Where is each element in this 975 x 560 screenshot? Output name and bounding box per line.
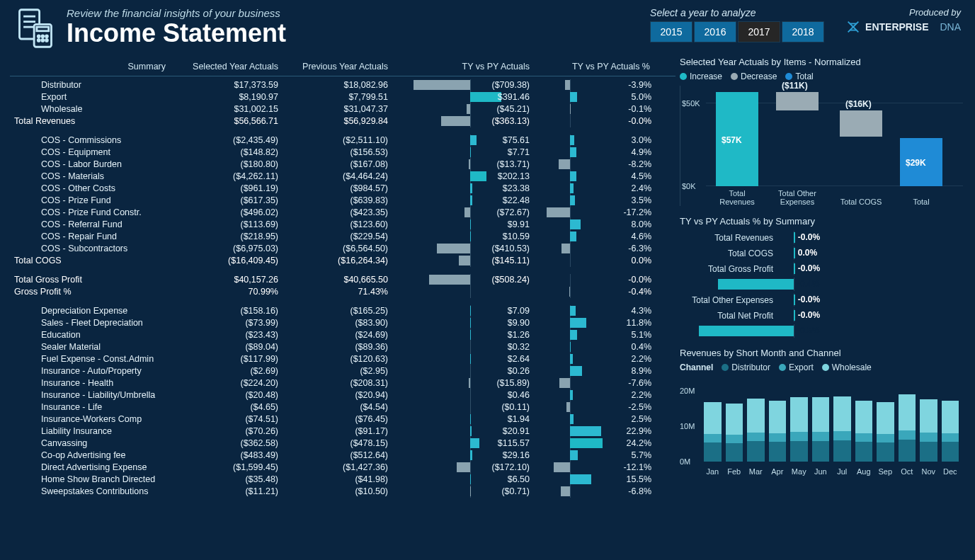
matrix-row[interactable]: COS - Materials($4,262.11)($4,464.24)$20… bbox=[10, 171, 675, 183]
row-py: ($16,264.34) bbox=[283, 255, 392, 267]
stacked-column bbox=[877, 402, 894, 462]
row-diff: $0.32 bbox=[392, 341, 534, 353]
matrix-row[interactable]: Fuel Expense - Const.Admin($117.99)($120… bbox=[10, 353, 675, 365]
matrix-row[interactable]: Insurance-Workers Comp($74.51)($76.45)$1… bbox=[10, 413, 675, 425]
row-py: ($2.95) bbox=[283, 365, 392, 377]
matrix-row[interactable]: COS - Referral Fund($113.69)($123.60)$9.… bbox=[10, 219, 675, 231]
row-pct: -2.5% bbox=[534, 401, 654, 413]
row-py: ($24.69) bbox=[283, 329, 392, 341]
year-button-2018[interactable]: 2018 bbox=[782, 21, 824, 42]
stacked-column bbox=[920, 399, 937, 462]
row-py: ($83.90) bbox=[283, 317, 392, 329]
pct-bar-row: Total Gross Profit-0.0% bbox=[680, 262, 963, 275]
row-label: Sales - Fleet Depreciation bbox=[10, 317, 173, 329]
matrix-row[interactable]: COS - Equipment($148.82)($156.53)$7.714.… bbox=[10, 147, 675, 159]
matrix-row[interactable]: COS - Labor Burden($180.80)($167.08)($13… bbox=[10, 159, 675, 171]
row-sy: $56,566.71 bbox=[173, 115, 283, 127]
matrix-row[interactable]: Sweepstakes Contributions($11.21)($10.50… bbox=[10, 486, 675, 498]
row-diff: $20.91 bbox=[392, 425, 534, 438]
matrix-row[interactable]: COS - Commissions($2,435.49)($2,511.10)$… bbox=[10, 135, 675, 147]
matrix-row[interactable]: COS - Repair Fund($218.95)($229.54)$10.5… bbox=[10, 231, 675, 243]
row-pct: 2.2% bbox=[534, 353, 654, 365]
income-statement-matrix[interactable]: SummarySelected Year ActualsPrevious Yea… bbox=[10, 57, 675, 545]
pct-bar-row: Total Revenues-0.0% bbox=[680, 231, 963, 244]
matrix-row[interactable]: COS - Prize Fund($617.35)($639.83)$22.48… bbox=[10, 195, 675, 207]
row-py: ($4.54) bbox=[283, 401, 392, 413]
row-diff: $0.26 bbox=[392, 365, 534, 377]
matrix-row[interactable]: COS - Prize Fund Constr.($496.02)($423.3… bbox=[10, 207, 675, 219]
pct-summary-title: TY vs PY Actuals % by Summary bbox=[680, 216, 963, 227]
legend-item: Decrease bbox=[731, 72, 777, 81]
row-py: ($423.35) bbox=[283, 207, 392, 219]
matrix-row[interactable]: Total Gross Profit$40,157.26$40,665.50($… bbox=[10, 274, 675, 286]
waterfall-chart[interactable]: Selected Year Actuals by Items - Normali… bbox=[680, 57, 963, 206]
row-pct: -7.6% bbox=[534, 377, 654, 389]
matrix-row[interactable]: Insurance - Life($4.65)($4.54)($0.11)-2.… bbox=[10, 401, 675, 413]
row-label: Insurance - Liability/Umbrella bbox=[10, 389, 173, 401]
matrix-row[interactable]: Canvassing($362.58)($478.15)$115.5724.2% bbox=[10, 438, 675, 450]
row-pct: 4.5% bbox=[534, 171, 654, 183]
matrix-header-c1: Selected Year Actuals bbox=[173, 57, 283, 76]
row-pct: 4.6% bbox=[534, 231, 654, 243]
matrix-row[interactable]: Export$8,190.97$7,799.51$391.465.0% bbox=[10, 91, 675, 103]
matrix-row[interactable]: Insurance - Health($224.20)($208.31)($15… bbox=[10, 377, 675, 389]
matrix-row[interactable]: COS - Other Costs($961.19)($984.57)$23.3… bbox=[10, 183, 675, 195]
row-pct: 2.2% bbox=[534, 389, 654, 401]
matrix-row[interactable]: Education($23.43)($24.69)$1.265.1% bbox=[10, 329, 675, 341]
matrix-row[interactable]: Sales - Fleet Depreciation($73.99)($83.9… bbox=[10, 317, 675, 329]
row-sy: ($1,599.45) bbox=[173, 462, 283, 474]
matrix-row[interactable]: Co-op Advertising fee($483.49)($512.64)$… bbox=[10, 450, 675, 462]
row-label: Total COGS bbox=[10, 255, 173, 267]
matrix-row[interactable]: Total Revenues$56,566.71$56,929.84($363.… bbox=[10, 115, 675, 127]
row-label: Total Revenues bbox=[10, 115, 173, 127]
stacked-column bbox=[855, 401, 873, 462]
matrix-row[interactable]: Home Show Branch Directed($35.48)($41.98… bbox=[10, 474, 675, 486]
row-sy: ($74.51) bbox=[173, 413, 283, 425]
row-pct: 15.5% bbox=[534, 474, 654, 486]
row-py: ($167.08) bbox=[283, 159, 392, 171]
matrix-header-c0: Summary bbox=[10, 57, 173, 76]
matrix-row[interactable]: Depreciation Expense($158.16)($165.25)$7… bbox=[10, 305, 675, 317]
matrix-row[interactable]: Liability Insurance($70.26)($91.17)$20.9… bbox=[10, 425, 675, 438]
row-py: ($156.53) bbox=[283, 147, 392, 159]
year-button-2015[interactable]: 2015 bbox=[650, 21, 692, 42]
matrix-row[interactable]: Direct Advertising Expense($1,599.45)($1… bbox=[10, 462, 675, 474]
waterfall-bar bbox=[776, 92, 819, 110]
row-sy: ($4,262.11) bbox=[173, 171, 283, 183]
report-icon bbox=[14, 7, 57, 50]
year-button-2016[interactable]: 2016 bbox=[694, 21, 736, 42]
row-py: ($123.60) bbox=[283, 219, 392, 231]
row-py: $40,665.50 bbox=[283, 274, 392, 286]
row-label: COS - Equipment bbox=[10, 147, 173, 159]
matrix-row[interactable]: Sealer Material($89.04)($89.36)$0.320.4% bbox=[10, 341, 675, 353]
svg-point-10 bbox=[38, 39, 40, 41]
row-label: Home Show Branch Directed bbox=[10, 474, 173, 486]
year-slicer[interactable]: 2015201620172018 bbox=[650, 21, 824, 42]
revenue-stacked-chart[interactable]: Revenues by Short Month and Channel Chan… bbox=[680, 348, 963, 476]
matrix-row[interactable]: COS - Subcontractors($6,975.03)($6,564.5… bbox=[10, 243, 675, 255]
matrix-row[interactable]: Total COGS($16,409.45)($16,264.34)($145.… bbox=[10, 255, 675, 267]
row-label: COS - Repair Fund bbox=[10, 231, 173, 243]
row-diff: $10.59 bbox=[392, 231, 534, 243]
matrix-row[interactable]: Insurance - Auto/Property($2.69)($2.95)$… bbox=[10, 365, 675, 377]
pct-bar-row: Gross Profit %-0.4% bbox=[680, 278, 963, 291]
row-diff: ($0.11) bbox=[392, 401, 534, 413]
matrix-row[interactable]: Distributor$17,373.59$18,082.96($709.38)… bbox=[10, 79, 675, 91]
matrix-row[interactable]: Insurance - Liability/Umbrella($20.48)($… bbox=[10, 389, 675, 401]
row-py: $18,082.96 bbox=[283, 79, 392, 91]
row-pct: -0.0% bbox=[534, 115, 654, 127]
row-pct: 5.0% bbox=[534, 91, 654, 103]
stacked-column bbox=[812, 397, 830, 462]
row-py: $56,929.84 bbox=[283, 115, 392, 127]
matrix-row[interactable]: Wholesale$31,002.15$31,047.37($45.21)-0.… bbox=[10, 103, 675, 115]
row-label: Fuel Expense - Const.Admin bbox=[10, 353, 173, 365]
waterfall-legend: IncreaseDecreaseTotal bbox=[680, 72, 963, 81]
year-button-2017[interactable]: 2017 bbox=[738, 21, 780, 42]
pct-summary-chart[interactable]: TY vs PY Actuals % by Summary Total Reve… bbox=[680, 216, 963, 338]
row-diff: $2.64 bbox=[392, 353, 534, 365]
row-diff: ($13.71) bbox=[392, 159, 534, 171]
matrix-row[interactable]: Gross Profit %70.99%71.43%-0.4% bbox=[10, 286, 675, 298]
row-pct: 0.0% bbox=[534, 255, 654, 267]
row-pct: 2.5% bbox=[534, 413, 654, 425]
row-pct: 3.0% bbox=[534, 135, 654, 147]
